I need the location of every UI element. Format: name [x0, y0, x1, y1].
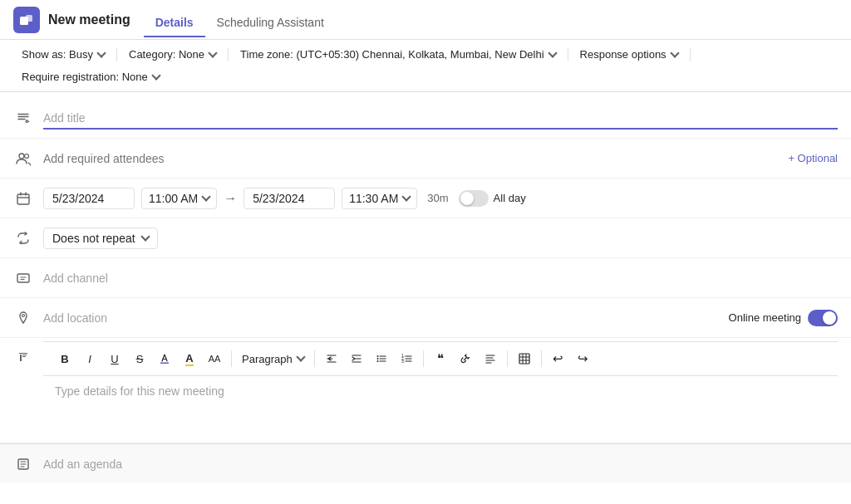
all-day-toggle-knob [460, 192, 474, 205]
toolbar-separator-1 [116, 48, 117, 61]
show-as-chevron [96, 48, 106, 57]
attendees-icon [13, 149, 33, 169]
text-align-button[interactable] [479, 347, 502, 370]
agenda-icon [13, 454, 33, 474]
repeat-icon [13, 228, 33, 248]
undo-button[interactable]: ↩ [547, 347, 570, 370]
location-content: Add location Online meeting [43, 310, 838, 326]
repeat-label: Does not repeat [52, 232, 135, 245]
datetime-content: 5/23/2024 11:00 AM → 5/23/2024 11:30 AM … [43, 188, 838, 209]
title-row [0, 99, 851, 139]
bold-button[interactable]: B [53, 347, 76, 370]
response-options-selector[interactable]: Response options [575, 45, 683, 64]
show-as-selector[interactable]: Show as: Busy [17, 45, 110, 64]
header: New meeting Details Scheduling Assistant [0, 0, 851, 40]
repeat-chevron [140, 232, 150, 241]
font-color-button[interactable]: A [178, 347, 201, 370]
tab-scheduling[interactable]: Scheduling Assistant [205, 9, 336, 37]
title-icon [13, 109, 33, 129]
toolbar-separator-4 [690, 48, 691, 61]
font-size-button[interactable]: AA [203, 347, 226, 370]
all-day-toggle-container: All day [459, 190, 526, 207]
end-date-picker[interactable]: 5/23/2024 [243, 188, 335, 209]
numbered-list-button[interactable]: 1.2.3. [395, 347, 418, 370]
svg-rect-14 [519, 354, 529, 364]
options-toolbar: Show as: Busy Category: None Time zone: … [0, 40, 851, 92]
svg-rect-4 [17, 194, 29, 204]
end-time-picker[interactable]: 11:30 AM [342, 188, 417, 209]
end-time-value: 11:30 AM [349, 192, 398, 205]
start-date-picker[interactable]: 5/23/2024 [43, 188, 135, 209]
channel-content: Add channel [43, 272, 838, 285]
redo-button[interactable]: ↪ [572, 347, 595, 370]
editor-sep-3 [423, 350, 424, 367]
channel-placeholder[interactable]: Add channel [43, 272, 108, 285]
end-time-chevron [402, 192, 411, 201]
datetime-row: 5/23/2024 11:00 AM → 5/23/2024 11:30 AM … [0, 179, 851, 218]
title-input[interactable] [43, 108, 838, 130]
repeat-selector[interactable]: Does not repeat [43, 228, 158, 249]
svg-point-8 [376, 355, 378, 357]
editor-area[interactable]: Type details for this new meeting [43, 376, 838, 443]
editor-sep-4 [507, 350, 508, 367]
online-meeting-toggle-knob [823, 311, 836, 325]
svg-rect-1 [26, 15, 32, 22]
editor-container: B I U S A AA Paragraph [43, 341, 838, 443]
editor-sep-1 [231, 350, 232, 367]
underline-button[interactable]: U [103, 347, 126, 370]
online-meeting-container: Online meeting [729, 310, 838, 326]
paragraph-selector[interactable]: Paragraph [237, 351, 309, 367]
editor-sep-5 [541, 350, 542, 367]
strikethrough-button[interactable]: S [128, 347, 151, 370]
tab-bar: Details Scheduling Assistant [144, 6, 336, 34]
show-as-label: Show as: Busy [22, 48, 93, 61]
link-button[interactable] [454, 347, 477, 370]
channel-row: Add channel [0, 258, 851, 298]
toolbar-separator-3 [568, 48, 568, 61]
repeat-content: Does not repeat [43, 228, 838, 249]
editor-sep-2 [314, 350, 315, 367]
font-highlight-button[interactable] [153, 347, 176, 370]
location-row: Add location Online meeting [0, 298, 851, 338]
bullet-list-button[interactable] [370, 347, 393, 370]
start-time-picker[interactable]: 11:00 AM [141, 188, 217, 209]
svg-point-3 [25, 154, 29, 158]
indent-increase-button[interactable] [345, 347, 368, 370]
app-icon [13, 7, 40, 33]
category-selector[interactable]: Category: None [124, 45, 221, 64]
italic-button[interactable]: I [78, 347, 101, 370]
quote-button[interactable]: ❝ [429, 347, 452, 370]
tab-details[interactable]: Details [144, 9, 205, 37]
registration-selector[interactable]: Require registration: None [17, 67, 165, 86]
response-chevron [670, 48, 679, 57]
meeting-form: + Optional 5/23/2024 11:00 AM → 5/23/202… [0, 92, 851, 490]
repeat-row: Does not repeat [0, 218, 851, 258]
svg-rect-7 [160, 363, 169, 365]
category-label: Category: None [129, 48, 204, 61]
toolbar-separator-2 [228, 48, 229, 61]
all-day-toggle[interactable] [459, 190, 489, 207]
paragraph-chevron [296, 352, 305, 361]
agenda-placeholder[interactable]: Add an agenda [43, 458, 122, 471]
online-meeting-label: Online meeting [729, 311, 801, 324]
indent-decrease-button[interactable] [320, 347, 343, 370]
start-time-value: 11:00 AM [149, 192, 198, 205]
attendees-content: + Optional [43, 152, 838, 165]
timezone-selector[interactable]: Time zone: (UTC+05:30) Chennai, Kolkata,… [235, 45, 560, 64]
online-meeting-toggle[interactable] [808, 310, 838, 326]
timezone-chevron [548, 48, 557, 57]
svg-point-10 [376, 360, 378, 362]
all-day-label: All day [494, 192, 526, 204]
title-content [43, 108, 838, 130]
location-placeholder[interactable]: Add location [43, 311, 107, 325]
timezone-label: Time zone: (UTC+05:30) Chennai, Kolkata,… [240, 48, 544, 61]
table-button[interactable] [513, 347, 536, 370]
attendees-input[interactable] [43, 152, 788, 165]
agenda-row: Add an agenda [0, 443, 851, 483]
registration-chevron [151, 71, 160, 80]
optional-link[interactable]: + Optional [788, 152, 838, 164]
svg-rect-5 [17, 274, 29, 282]
location-icon [13, 308, 33, 328]
editor-row: B I U S A AA Paragraph [0, 338, 851, 443]
editor-icon [13, 348, 33, 368]
